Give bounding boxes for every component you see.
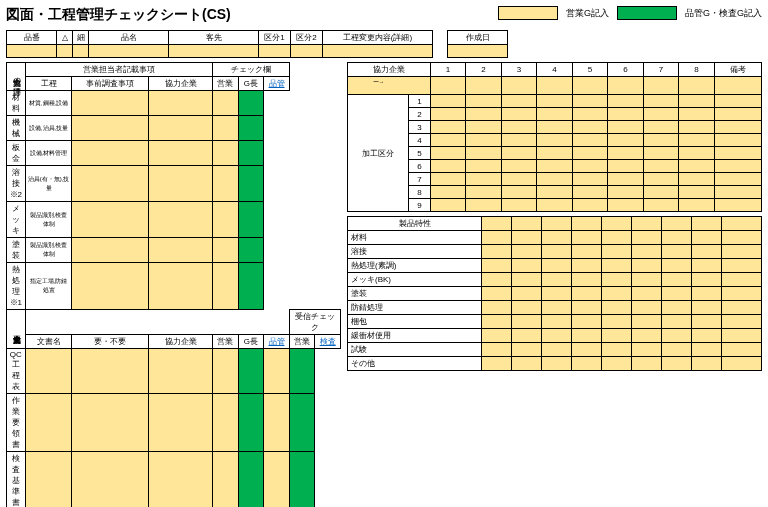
prod-cell[interactable]: [722, 259, 762, 273]
kakou-cell[interactable]: [714, 134, 761, 147]
chk-eigyo[interactable]: [149, 202, 213, 238]
prod-cell[interactable]: [602, 329, 632, 343]
sales-kyoryoku-val[interactable]: [72, 91, 149, 116]
ukeire-kensa-val[interactable]: [289, 394, 315, 452]
kakou-cell[interactable]: [679, 134, 714, 147]
kakou-cell[interactable]: [608, 121, 643, 134]
prod-cell[interactable]: [572, 273, 602, 287]
prod-cell[interactable]: [632, 343, 662, 357]
prod-cell[interactable]: [662, 231, 692, 245]
prod-cell[interactable]: [692, 343, 722, 357]
prod-cell[interactable]: [572, 287, 602, 301]
doc-chk-eigyo[interactable]: [149, 394, 213, 452]
prod-cell[interactable]: [722, 315, 762, 329]
kakou-cell[interactable]: [608, 147, 643, 160]
kakou-cell[interactable]: [679, 160, 714, 173]
prod-cell[interactable]: [602, 301, 632, 315]
kakou-cell[interactable]: [537, 121, 572, 134]
kakou-cell[interactable]: [466, 147, 501, 160]
chk-hinkan[interactable]: [238, 202, 264, 238]
prod-cell[interactable]: [512, 259, 542, 273]
chk-gcho[interactable]: [213, 166, 239, 202]
chk-eigyo[interactable]: [149, 141, 213, 166]
hdr-sai-val[interactable]: [73, 45, 89, 58]
ukeire-eigyo-val[interactable]: [264, 452, 290, 508]
prod-cell[interactable]: [722, 287, 762, 301]
kakou-cell[interactable]: [714, 121, 761, 134]
sales-kyoryoku-val[interactable]: [72, 238, 149, 263]
hdr-kyakusaki-val[interactable]: [169, 45, 259, 58]
prod-cell[interactable]: [662, 315, 692, 329]
prod-cell[interactable]: [512, 231, 542, 245]
doc-chk-hinkan[interactable]: [238, 452, 264, 508]
kakou-cell[interactable]: [430, 108, 465, 121]
kakou-cell[interactable]: [572, 108, 607, 121]
prod-cell[interactable]: [572, 343, 602, 357]
prod-cell[interactable]: [482, 301, 512, 315]
kakou-cell[interactable]: [501, 199, 536, 212]
prod-cell[interactable]: [662, 273, 692, 287]
doc-kyoryoku-val[interactable]: [72, 452, 149, 508]
prod-cell[interactable]: [542, 301, 572, 315]
prod-cell[interactable]: [692, 315, 722, 329]
kakou-cell[interactable]: [501, 121, 536, 134]
kakou-cell[interactable]: [608, 186, 643, 199]
prod-cell[interactable]: [722, 329, 762, 343]
prod-cell[interactable]: [542, 287, 572, 301]
prod-cell[interactable]: [602, 357, 632, 371]
chk-hinkan[interactable]: [238, 238, 264, 263]
prod-cell[interactable]: [482, 315, 512, 329]
prod-cell[interactable]: [692, 357, 722, 371]
chk-gcho[interactable]: [213, 91, 239, 116]
prod-cell[interactable]: [602, 315, 632, 329]
doc-kyoryoku-val[interactable]: [72, 394, 149, 452]
kakou-cell[interactable]: [608, 134, 643, 147]
chk-eigyo[interactable]: [149, 263, 213, 310]
doc-kyoryoku-val[interactable]: [72, 349, 149, 394]
sales-kyoryoku-val[interactable]: [72, 116, 149, 141]
chk-gcho[interactable]: [213, 263, 239, 310]
kakou-cell[interactable]: [572, 160, 607, 173]
doc-chk-gcho[interactable]: [213, 452, 239, 508]
prod-cell[interactable]: [602, 287, 632, 301]
doc-chk-hinkan[interactable]: [238, 349, 264, 394]
chk-gcho[interactable]: [213, 202, 239, 238]
prod-cell[interactable]: [572, 259, 602, 273]
kakou-cell[interactable]: [430, 134, 465, 147]
prod-cell[interactable]: [602, 231, 632, 245]
kakou-cell[interactable]: [430, 95, 465, 108]
kakou-cell[interactable]: [501, 147, 536, 160]
kakou-cell[interactable]: [679, 121, 714, 134]
sales-kyoryoku-val[interactable]: [72, 141, 149, 166]
kakou-cell[interactable]: [643, 134, 678, 147]
prod-cell[interactable]: [602, 259, 632, 273]
prod-cell[interactable]: [482, 259, 512, 273]
kakou-cell[interactable]: [501, 134, 536, 147]
prod-cell[interactable]: [632, 273, 662, 287]
hdr-hinmei-val[interactable]: [89, 45, 169, 58]
prod-cell[interactable]: [692, 273, 722, 287]
kakou-cell[interactable]: [643, 95, 678, 108]
prod-cell[interactable]: [692, 259, 722, 273]
kakou-cell[interactable]: [430, 160, 465, 173]
chk-gcho[interactable]: [213, 141, 239, 166]
kakou-cell[interactable]: [537, 147, 572, 160]
doc-chk-gcho[interactable]: [213, 349, 239, 394]
kakou-cell[interactable]: [466, 108, 501, 121]
prod-cell[interactable]: [632, 259, 662, 273]
kakou-cell[interactable]: [714, 147, 761, 160]
prod-cell[interactable]: [542, 231, 572, 245]
prod-cell[interactable]: [692, 301, 722, 315]
doc-youhi-val[interactable]: [25, 452, 72, 508]
prod-cell[interactable]: [692, 329, 722, 343]
sales-kyoryoku-val[interactable]: [72, 202, 149, 238]
doc-chk-gcho[interactable]: [213, 394, 239, 452]
kakou-cell[interactable]: [572, 199, 607, 212]
prod-cell[interactable]: [542, 343, 572, 357]
prod-cell[interactable]: [512, 301, 542, 315]
prod-cell[interactable]: [482, 287, 512, 301]
kakou-cell[interactable]: [608, 199, 643, 212]
prod-cell[interactable]: [662, 287, 692, 301]
prod-cell[interactable]: [632, 231, 662, 245]
prod-cell[interactable]: [722, 273, 762, 287]
